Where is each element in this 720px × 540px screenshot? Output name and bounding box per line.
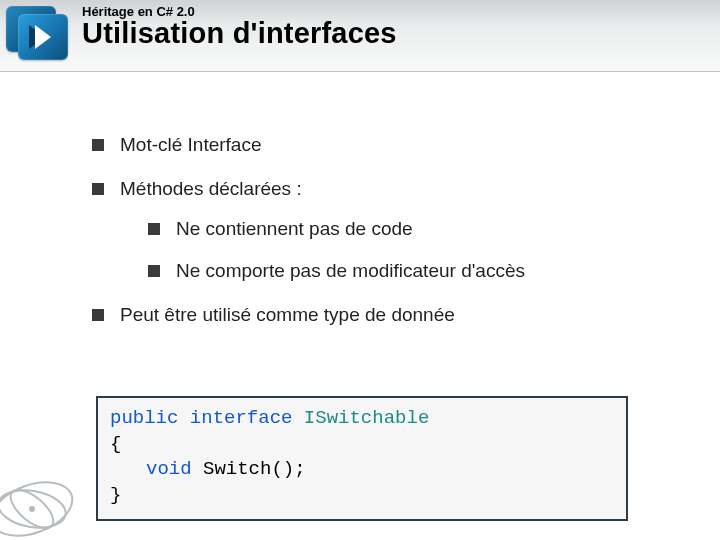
code-typename: ISwitchable bbox=[304, 407, 429, 429]
bullet-text: Méthodes déclarées : bbox=[120, 178, 302, 199]
slide: Héritage en C# 2.0 Utilisation d'interfa… bbox=[0, 0, 720, 540]
code-brace: { bbox=[110, 433, 121, 455]
chevron-right-icon bbox=[35, 25, 51, 49]
code-keyword: void bbox=[146, 458, 192, 480]
page-title: Utilisation d'interfaces bbox=[82, 17, 397, 50]
logo bbox=[6, 6, 70, 62]
sub-bullet-item: Ne contiennent pas de code bbox=[148, 218, 672, 240]
svg-point-3 bbox=[29, 506, 35, 512]
bullet-item: Peut être utilisé comme type de donnée bbox=[92, 304, 672, 326]
bullet-item: Mot-clé Interface bbox=[92, 134, 672, 156]
svg-point-0 bbox=[0, 472, 80, 540]
header-band: Héritage en C# 2.0 Utilisation d'interfa… bbox=[0, 0, 720, 72]
code-keyword: interface bbox=[190, 407, 293, 429]
bullet-item: Méthodes déclarées : Ne contiennent pas … bbox=[92, 178, 672, 282]
bullet-list: Mot-clé Interface Méthodes déclarées : N… bbox=[92, 134, 672, 326]
content: Mot-clé Interface Méthodes déclarées : N… bbox=[92, 134, 672, 348]
logo-front-tile bbox=[18, 14, 68, 60]
header-text: Héritage en C# 2.0 Utilisation d'interfa… bbox=[82, 4, 397, 50]
code-keyword: public bbox=[110, 407, 178, 429]
code-brace: } bbox=[110, 484, 121, 506]
sub-bullet-list: Ne contiennent pas de code Ne comporte p… bbox=[120, 218, 672, 282]
code-box: public interface ISwitchable { void Swit… bbox=[96, 396, 628, 521]
code-method: Switch(); bbox=[203, 458, 306, 480]
swirl-decoration-icon bbox=[0, 454, 92, 540]
sub-bullet-item: Ne comporte pas de modificateur d'accès bbox=[148, 260, 672, 282]
